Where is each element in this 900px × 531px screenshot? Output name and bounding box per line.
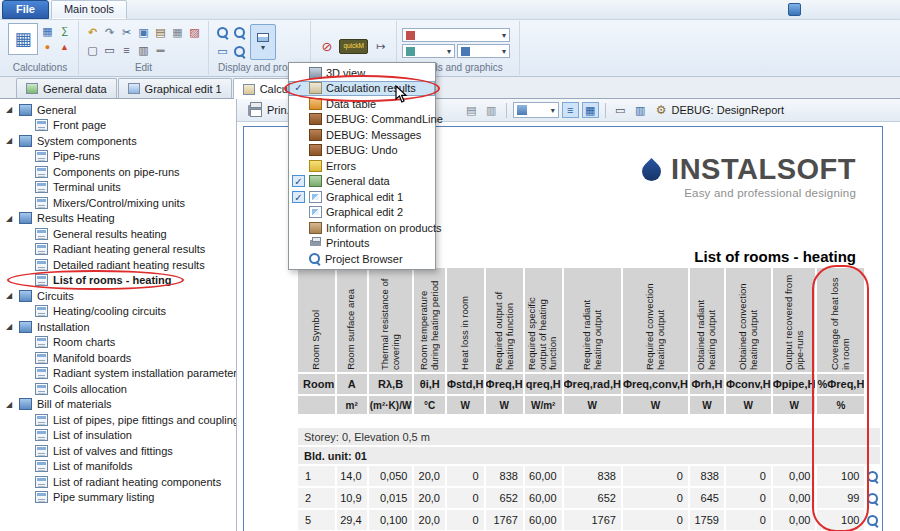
views-dropdown-button[interactable]: ▾	[250, 24, 276, 60]
tab-main-tools[interactable]: Main tools	[51, 0, 127, 19]
report-icon	[35, 367, 48, 379]
export-page-icon[interactable]	[463, 102, 480, 118]
stop-icon[interactable]	[318, 39, 335, 55]
app-badge-icon[interactable]	[788, 3, 801, 16]
select-icon[interactable]	[84, 42, 101, 58]
cell: 29,4	[337, 510, 367, 530]
tree-item-list-of-radiant-heating-components[interactable]: List of radiant heating components	[0, 474, 236, 490]
view-combo[interactable]: ▾	[513, 102, 559, 118]
file-menu-button[interactable]: File	[2, 0, 49, 19]
window-icon[interactable]	[612, 102, 629, 118]
tree-item-pipe-summary-listing[interactable]: Pipe summary listing	[0, 490, 236, 506]
tree-item-list-of-rooms-heating[interactable]: List of rooms - heating	[0, 273, 236, 289]
tree-item-radiant-system-installation-parameters[interactable]: Radiant system installation parameters	[0, 366, 236, 382]
tree-item-radiant-heating-general-results[interactable]: Radiant heating general results	[0, 242, 236, 258]
tree-item-front-page[interactable]: Front page	[0, 118, 236, 134]
folder-icon	[19, 212, 32, 224]
symbols-combo-box[interactable]: ▾	[457, 44, 510, 58]
tree-item-bill-of-materials[interactable]: ◢Bill of materials	[0, 397, 236, 413]
list-icon[interactable]	[118, 42, 135, 58]
grid-icon[interactable]	[169, 24, 186, 40]
menu-item-debug-undo[interactable]: DEBUG: Undo	[289, 143, 435, 159]
tree-item-list-of-pipes-pipe-fittings-and-couplings[interactable]: List of pipes, pipe fittings and couplin…	[0, 412, 236, 428]
tree-item-terminal-units[interactable]: Terminal units	[0, 180, 236, 196]
menu-item-debug-commandline[interactable]: DEBUG: CommandLine	[289, 112, 435, 128]
copy-icon[interactable]	[135, 24, 152, 40]
menu-item-3d-view[interactable]: 3D view	[289, 65, 435, 81]
tree-item-list-of-insulation[interactable]: List of insulation	[0, 428, 236, 444]
menu-item-data-table[interactable]: Data table	[289, 96, 435, 112]
zoom-out-icon[interactable]	[231, 25, 248, 41]
graphical-edit-icon	[309, 191, 322, 203]
tree-item-system-components[interactable]: ◢System components	[0, 133, 236, 149]
droplet-icon[interactable]	[39, 39, 56, 55]
tab-general-data[interactable]: General data	[16, 78, 117, 98]
tree-item-list-of-valves-and-fittings[interactable]: List of valves and fittings	[0, 443, 236, 459]
column-header: Required specific output of heating func…	[525, 268, 562, 372]
expand-triangle-icon[interactable]: ◢	[6, 322, 19, 331]
storey-row: Storey: 0, Elevation 0,5 m	[298, 428, 880, 445]
tree-item-components-on-pipe-runs[interactable]: Components on pipe-runs	[0, 164, 236, 180]
cut-icon[interactable]	[118, 24, 135, 40]
tab-graphical-edit-1[interactable]: Graphical edit 1	[118, 78, 232, 98]
row-magnifier-icon[interactable]	[867, 515, 879, 527]
menu-item-information-on-products[interactable]: Information on products	[289, 220, 435, 236]
menu-item-errors[interactable]: Errors	[289, 158, 435, 174]
page-setup-icon[interactable]	[483, 102, 500, 118]
menu-item-printouts[interactable]: Printouts	[289, 236, 435, 252]
quickm-icon[interactable]: quickM	[339, 39, 368, 54]
tree-item-results-heating[interactable]: ◢Results Heating	[0, 211, 236, 227]
paste-icon[interactable]	[152, 24, 169, 40]
column-unit: m²	[337, 396, 367, 414]
flame-icon[interactable]	[56, 39, 73, 55]
sum-icon[interactable]	[56, 23, 73, 39]
expand-triangle-icon[interactable]: ◢	[6, 214, 19, 223]
tree-item-coils-allocation[interactable]: Coils allocation	[0, 381, 236, 397]
menu-item-debug-messages[interactable]: DEBUG: Messages	[289, 127, 435, 143]
calc-sheet-large-icon[interactable]	[8, 23, 38, 55]
view-3d-icon	[309, 67, 322, 79]
doc-tabbar: General dataGraphical edit 1Calculation …	[0, 77, 900, 99]
debug-designreport[interactable]: ⚙ DEBUG: DesignReport	[656, 104, 784, 116]
tree-item-room-charts[interactable]: Room charts	[0, 335, 236, 351]
jump-icon[interactable]	[372, 39, 389, 55]
menu-item-general-data[interactable]: ✓General data	[289, 174, 435, 190]
redo-icon[interactable]	[101, 24, 118, 40]
tree-item-label: Bill of materials	[37, 398, 112, 410]
grid-toggle-icon[interactable]	[582, 102, 599, 118]
zoom-window-icon[interactable]	[231, 44, 248, 60]
erase-icon[interactable]	[186, 24, 203, 40]
menu-item-calculation-results[interactable]: ✓Calculation results	[289, 81, 435, 97]
table-columns-icon[interactable]	[632, 102, 649, 118]
table-icon[interactable]	[39, 23, 56, 39]
tree-item-general[interactable]: ◢General	[0, 102, 236, 118]
expand-triangle-icon[interactable]: ◢	[6, 136, 19, 145]
tree-item-installation[interactable]: ◢Installation	[0, 319, 236, 335]
labels-combo-box[interactable]: ▾	[402, 28, 510, 42]
expand-triangle-icon[interactable]: ◢	[6, 400, 19, 409]
menu-item-graphical-edit-1[interactable]: ✓Graphical edit 1	[289, 189, 435, 205]
row-magnifier-icon[interactable]	[867, 471, 879, 483]
list-toggle-icon[interactable]	[562, 102, 579, 118]
zoom-in-icon[interactable]	[214, 25, 231, 41]
graphics-combo-box[interactable]: ▾	[402, 44, 455, 58]
columns-icon[interactable]	[135, 42, 152, 58]
frame-icon[interactable]	[101, 42, 118, 58]
tree-item-pipe-runs[interactable]: Pipe-runs	[0, 149, 236, 165]
tree-item-mixers-control-mixing-units[interactable]: Mixers/Control/mixing units	[0, 195, 236, 211]
screen-icon[interactable]	[214, 44, 231, 60]
tree-item-detailed-radiant-heating-results[interactable]: Detailed radiant heating results	[0, 257, 236, 273]
expand-triangle-icon[interactable]: ◢	[6, 291, 19, 300]
menu-item-project-browser[interactable]: Project Browser	[289, 251, 435, 267]
check-indicator: ✓	[292, 175, 305, 187]
tree-item-list-of-manifolds[interactable]: List of manifolds	[0, 459, 236, 475]
tree-item-manifold-boards[interactable]: Manifold boards	[0, 350, 236, 366]
menu-item-graphical-edit-2[interactable]: Graphical edit 2	[289, 205, 435, 221]
tree-item-heating-cooling-circuits[interactable]: Heating/cooling circuits	[0, 304, 236, 320]
tree-item-circuits[interactable]: ◢Circuits	[0, 288, 236, 304]
row-magnifier-icon[interactable]	[867, 493, 879, 505]
tree-item-general-results-heating[interactable]: General results heating	[0, 226, 236, 242]
expand-triangle-icon[interactable]: ◢	[6, 105, 19, 114]
undo-icon[interactable]	[84, 24, 101, 40]
rect-icon[interactable]	[152, 42, 169, 58]
